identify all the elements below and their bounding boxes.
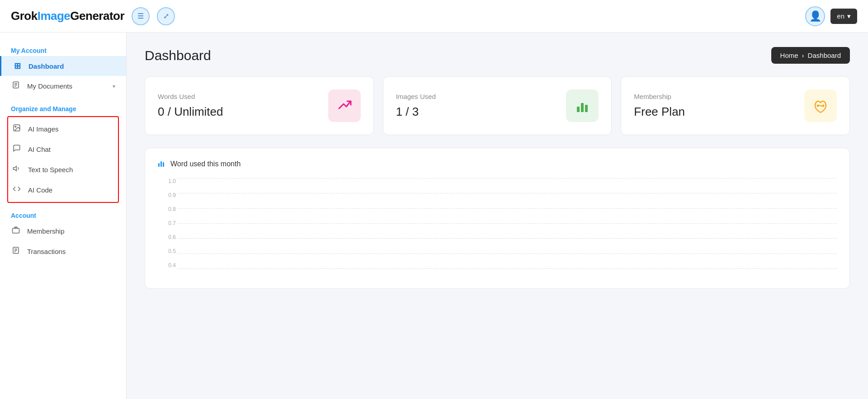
svg-point-16	[822, 105, 825, 107]
grid-line-2	[178, 193, 837, 193]
logo: GrokImageGenerator	[11, 9, 124, 23]
y-label-05: 0.5	[158, 248, 176, 254]
chart-grid	[178, 178, 837, 268]
stats-row: Words Used 0 / Unlimited Images Used 1 /…	[145, 76, 850, 135]
sidebar-item-transactions[interactable]: Transactions	[0, 241, 126, 262]
avatar-button[interactable]: 👤	[805, 6, 825, 26]
sidebar-item-text-to-speech-label: Text to Speech	[28, 166, 73, 174]
lang-arrow: ▾	[847, 12, 851, 20]
svg-rect-12	[577, 107, 580, 112]
words-used-label: Words Used	[158, 93, 223, 100]
svg-rect-14	[585, 105, 588, 112]
language-button[interactable]: en ▾	[830, 9, 857, 24]
words-used-value: 0 / Unlimited	[158, 105, 223, 119]
expand-icon: ⤢	[163, 12, 169, 20]
y-axis: 1.0 0.9 0.8 0.7 0.6 0.5 0.4	[158, 178, 176, 268]
sidebar-item-ai-code-label: AI Code	[28, 186, 52, 194]
images-used-value: 1 / 3	[396, 105, 436, 119]
images-used-card: Images Used 1 / 3	[383, 76, 612, 135]
breadcrumb-current: Dashboard	[808, 52, 841, 59]
sidebar-item-my-documents[interactable]: My Documents ▾	[0, 76, 126, 96]
text-to-speech-icon	[12, 164, 22, 175]
y-label-08: 0.8	[158, 206, 176, 212]
sidebar-item-dashboard-label: Dashboard	[28, 62, 64, 70]
logo-part3: Generator	[70, 9, 124, 23]
sidebar-item-my-documents-label: My Documents	[27, 82, 72, 90]
membership-card: Membership Free Plan	[621, 76, 850, 135]
my-account-label: My Account	[0, 43, 126, 56]
menu-button[interactable]: ☰	[132, 7, 150, 25]
sidebar-item-ai-images-label: AI Images	[28, 125, 59, 133]
chart-card: Word used this month 1.0 0.9 0.8 0.7 0.6…	[145, 148, 850, 289]
sidebar-item-transactions-label: Transactions	[27, 248, 66, 255]
ai-code-icon	[12, 185, 22, 195]
ai-chat-icon	[12, 144, 22, 155]
header: GrokImageGenerator ☰ ⤢ 👤 en ▾	[0, 0, 868, 33]
y-label-07: 0.7	[158, 220, 176, 226]
lang-label: en	[837, 12, 844, 20]
organize-items-group: AI Images AI Chat Text to Speech AI Code	[7, 116, 119, 203]
grid-line-3	[178, 208, 837, 209]
breadcrumb: Home › Dashboard	[771, 47, 850, 64]
sidebar-item-ai-code[interactable]: AI Code	[8, 180, 118, 200]
svg-rect-13	[581, 103, 584, 112]
layout: My Account ⊞ Dashboard My Documents ▾ Or…	[0, 33, 868, 399]
y-label-10: 1.0	[158, 178, 176, 184]
y-label-06: 0.6	[158, 234, 176, 240]
grid-line-6	[178, 253, 837, 254]
expand-button[interactable]: ⤢	[157, 7, 175, 25]
svg-point-5	[15, 126, 16, 127]
sidebar-item-ai-chat-label: AI Chat	[28, 146, 51, 153]
membership-icon	[11, 226, 21, 236]
sidebar-item-dashboard[interactable]: ⊞ Dashboard	[0, 56, 126, 76]
grid-line-4	[178, 223, 837, 224]
logo-part2: Image	[38, 9, 71, 23]
y-label-04: 0.4	[158, 262, 176, 268]
words-used-card: Words Used 0 / Unlimited	[145, 76, 374, 135]
page-title: Dashboard	[145, 48, 211, 63]
sidebar: My Account ⊞ Dashboard My Documents ▾ Or…	[0, 33, 127, 399]
membership-info: Membership Free Plan	[634, 93, 685, 119]
breadcrumb-home: Home	[780, 52, 798, 59]
user-icon: 👤	[809, 10, 821, 22]
sidebar-item-ai-images[interactable]: AI Images	[8, 119, 118, 139]
svg-rect-17	[158, 163, 160, 167]
grid-line-5	[178, 238, 837, 239]
header-left: GrokImageGenerator ☰ ⤢	[11, 7, 175, 25]
menu-icon: ☰	[137, 12, 144, 20]
organize-label: Organize and Manage	[0, 102, 126, 114]
transactions-icon	[11, 246, 21, 257]
svg-marker-6	[14, 166, 17, 171]
svg-rect-7	[13, 228, 19, 233]
grid-line-7	[178, 268, 837, 269]
svg-rect-19	[163, 162, 164, 167]
sidebar-item-ai-chat[interactable]: AI Chat	[8, 139, 118, 160]
membership-label: Membership	[634, 93, 685, 100]
membership-value: Free Plan	[634, 105, 685, 119]
header-right: 👤 en ▾	[805, 6, 857, 26]
words-used-info: Words Used 0 / Unlimited	[158, 93, 223, 119]
images-used-icon-box	[566, 89, 599, 122]
page-header: Dashboard Home › Dashboard	[145, 47, 850, 64]
chart-header: Word used this month	[158, 159, 837, 169]
logo-part1: Grok	[11, 9, 38, 23]
sidebar-item-membership-label: Membership	[27, 227, 65, 235]
sidebar-item-membership[interactable]: Membership	[0, 221, 126, 241]
membership-icon-box	[804, 89, 837, 122]
svg-rect-18	[160, 161, 162, 167]
chart-title: Word used this month	[170, 160, 241, 168]
account-label: Account	[0, 208, 126, 221]
sidebar-item-text-to-speech[interactable]: Text to Speech	[8, 160, 118, 180]
images-used-info: Images Used 1 / 3	[396, 93, 436, 119]
ai-images-icon	[12, 124, 22, 134]
images-used-label: Images Used	[396, 93, 436, 100]
words-used-icon-box	[328, 89, 361, 122]
chart-area: 1.0 0.9 0.8 0.7 0.6 0.5 0.4	[158, 178, 837, 277]
svg-point-15	[817, 105, 819, 107]
y-label-09: 0.9	[158, 192, 176, 198]
chevron-down-icon: ▾	[113, 83, 115, 89]
documents-icon	[11, 81, 21, 91]
grid-line-1	[178, 178, 837, 178]
dashboard-icon: ⊞	[12, 61, 22, 71]
chart-header-icon	[158, 159, 166, 169]
